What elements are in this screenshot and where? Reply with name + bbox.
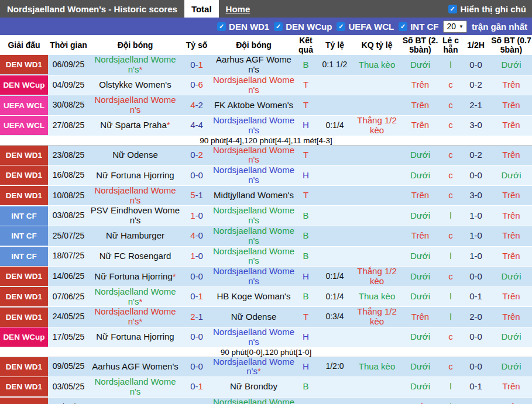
col-odds-result: KQ tỷ lệ [353, 35, 400, 55]
over-under-2-5: Dưới [400, 327, 440, 347]
result-letter: B [296, 286, 316, 307]
away-goals: 1 [198, 291, 203, 301]
show-notes-toggle[interactable]: ✓ Hiển thị ghi chú [448, 0, 532, 18]
home-team-name[interactable]: Nữ FC Rosengard [99, 251, 171, 261]
home-team-name[interactable]: Nordsjaelland Women's [95, 306, 176, 326]
away-team-name[interactable]: Nordsjaelland Women's [213, 397, 294, 404]
away-team-name[interactable]: HB Koge Woman's [217, 291, 291, 301]
away-team-name[interactable]: FK Aktobe Women's [214, 100, 293, 110]
away-goals: 6 [198, 80, 203, 89]
away-team-name[interactable]: Nordsjaelland Women's [213, 266, 294, 286]
league-badge: INT CF [0, 247, 48, 266]
away-team-name[interactable]: Nữ Brondby [230, 381, 277, 391]
away-team-name[interactable]: Nordsjaelland Women's [213, 357, 294, 377]
away-team-name[interactable]: Nữ Odense [231, 312, 277, 322]
filter-den-wd1[interactable]: ✓ DEN WD1 [217, 22, 269, 32]
filter-den-wcup[interactable]: ✓ DEN WCup [274, 22, 332, 32]
match-row: DEN WCup17/05/25Nữ Fortuna Hjorring0-0No… [0, 327, 532, 347]
league-cell: UEFA WCL [0, 115, 48, 136]
league-cell: INT CF [0, 206, 48, 226]
league-cell: DEN WD1 [0, 357, 48, 377]
match-date: 23/08/25 [48, 145, 89, 165]
home-team-name[interactable]: Aarhus AGF Women's [92, 361, 179, 371]
home-team-name[interactable]: Nordsjaelland Women's [95, 286, 176, 306]
over-under-0-75: Trên [490, 145, 532, 165]
over-under-0-75: Trên [490, 206, 532, 226]
handicap-odds [316, 185, 353, 206]
away-team-name[interactable]: Nordsjaelland Women's [213, 226, 294, 246]
home-team-name[interactable]: Nữ Fortuna Hjorring [96, 332, 174, 341]
away-team-cell: Nordsjaelland Women's [212, 246, 296, 267]
home-team-name[interactable]: Nordsjaelland Women's [95, 54, 176, 74]
match-count-select[interactable]: 20 ▼ [443, 20, 467, 33]
league-cell: DEN WCup [0, 327, 48, 347]
away-team-name[interactable]: Aarhus AGF Women's [216, 54, 291, 74]
over-under-2-5: Trên [400, 307, 440, 327]
odds-result: Thắng 1/2 kèo [353, 307, 400, 327]
odd-even: c [440, 185, 461, 206]
over-under-0-75: Trên [490, 307, 532, 327]
half-time-score: 3-0 [461, 115, 490, 136]
match-row: DEN WD127/04/25HB Koge Woman's3-2Nordsja… [0, 397, 532, 404]
home-team-name[interactable]: Nữ Sparta Praha [100, 120, 166, 130]
home-team-cell: Nordsjaelland Women's [89, 185, 181, 206]
score-cell: 2-1 [181, 307, 212, 327]
result-letter: T [296, 95, 316, 116]
checkbox-checked-icon[interactable]: ✓ [217, 22, 226, 31]
half-time-score: 0-1 [461, 377, 490, 398]
over-under-2-5: Dưới [400, 55, 440, 75]
half-time-score: 2-0 [461, 397, 490, 404]
tab-home[interactable]: Home [219, 0, 258, 18]
filter-int-cf[interactable]: ✓ INT CF [399, 22, 438, 32]
match-row: UEFA WCL30/08/25Nordsjaelland Women's4-2… [0, 95, 532, 116]
away-team-cell: FK Aktobe Women's [212, 95, 296, 116]
home-team-name[interactable]: Nữ Fortuna Hjorring [96, 170, 174, 180]
filter-uefa-wcl[interactable]: ✓ UEFA WCL [337, 22, 394, 32]
away-team-name[interactable]: Midtjylland Women's [214, 190, 294, 200]
home-team-cell: Nordsjaelland Women's* [89, 55, 181, 75]
home-goals: 4 [190, 230, 195, 240]
away-team-cell: Nordsjaelland Women's [212, 226, 296, 246]
away-team-name[interactable]: Nordsjaelland Women's [213, 75, 294, 95]
half-time-score: 0-0 [461, 165, 490, 186]
home-team-name[interactable]: Nordsjaelland Women's [95, 185, 176, 205]
away-team-name[interactable]: Nordsjaelland Women's [213, 246, 294, 266]
away-team-name[interactable]: Nordsjaelland Women's [213, 145, 294, 165]
home-team-name[interactable]: Nordsjaelland Women's [95, 377, 176, 396]
home-team-name[interactable]: Nordsjaelland Women's [95, 95, 176, 115]
favorite-star: * [139, 316, 142, 326]
home-team-name[interactable]: PSV Eindhoven Women's [91, 205, 180, 225]
checkbox-checked-icon[interactable]: ✓ [274, 22, 283, 31]
away-team-name[interactable]: Nordsjaelland Women's [213, 115, 294, 135]
note-row: 90 phút[4-4],120 phút[4-4],11 mét[4-3] [0, 136, 532, 145]
home-team-name[interactable]: Olstykke Women's [99, 80, 171, 89]
home-team-name[interactable]: Nữ Fortuna Hjorring [94, 271, 172, 281]
tab-total[interactable]: Total [184, 0, 219, 18]
match-date: 07/06/25 [48, 286, 89, 307]
away-team-name[interactable]: Nordsjaelland Women's [213, 205, 294, 225]
league-badge: DEN WD1 [0, 146, 48, 165]
checkbox-checked-icon[interactable]: ✓ [399, 22, 407, 31]
odd-even: c [440, 145, 461, 165]
home-team-name[interactable]: HB Koge Woman's [98, 402, 172, 404]
odds-result: Thua kèo [353, 286, 400, 307]
away-team-name[interactable]: Nordsjaelland Women's [213, 327, 294, 347]
odd-even: c [440, 75, 461, 95]
home-team-name[interactable]: Nữ Hamburger [106, 230, 164, 240]
checkbox-checked-icon[interactable]: ✓ [337, 22, 345, 31]
score-cell: 0-2 [181, 145, 212, 165]
away-team-name[interactable]: Nordsjaelland Women's [213, 165, 294, 185]
league-badge: DEN WD1 [0, 357, 48, 377]
match-date: 03/08/25 [48, 206, 89, 226]
match-date: 27/08/25 [48, 115, 89, 136]
checkbox-checked-icon[interactable]: ✓ [448, 5, 457, 13]
away-team-cell: Midtjylland Women's [212, 185, 296, 206]
match-row: INT CF25/07/25Nữ Hamburger4-0Nordsjaella… [0, 226, 532, 246]
league-badge: UEFA WCL [0, 96, 48, 115]
result-letter: H [296, 267, 316, 287]
league-badge: INT CF [0, 226, 48, 246]
home-team-name[interactable]: Nữ Odense [112, 150, 158, 160]
col-away-team: Đội bóng [212, 35, 296, 55]
handicap-odds [316, 75, 353, 95]
league-cell: DEN WD1 [0, 267, 48, 287]
